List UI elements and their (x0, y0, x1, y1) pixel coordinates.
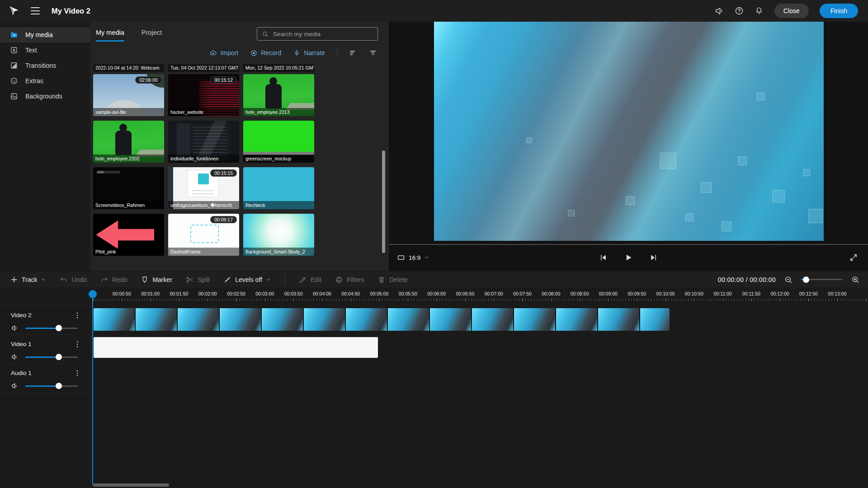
kebab-icon[interactable] (73, 311, 81, 319)
sidebar-item[interactable]: Transitions (0, 58, 90, 73)
toolbar-button[interactable]: Marker (141, 276, 172, 284)
media-item[interactable]: Rechteck (243, 167, 314, 209)
media-item-name: holo_employee.2313 (243, 108, 314, 116)
sort-button[interactable] (349, 49, 357, 57)
timeline-zoom-slider[interactable] (801, 277, 843, 283)
toolbar-button[interactable]: Delete (377, 276, 407, 284)
media-item-name: Background_Smart-Study_2 (243, 248, 314, 256)
sidebar-item[interactable]: Text (0, 42, 90, 58)
volume-slider-knob[interactable] (56, 383, 62, 389)
toolbar-button[interactable]: Redo (100, 276, 127, 284)
speaker-icon[interactable] (11, 324, 19, 332)
kebab-icon[interactable] (73, 340, 81, 348)
playhead[interactable] (92, 290, 93, 485)
media-item[interactable]: individuelle_funktionen (168, 121, 239, 163)
clip-video-1[interactable] (94, 337, 378, 358)
duration-badge: 02:06:00 (135, 76, 162, 84)
media-item[interactable]: 02:06:00 sample-avi-file (93, 74, 164, 116)
filter-button[interactable] (369, 49, 377, 57)
toolbar-button[interactable]: Filters (335, 276, 364, 284)
toolbar-button[interactable]: Split (186, 276, 210, 284)
media-item[interactable]: holo_employee.2313 (243, 74, 314, 116)
media-actions-row: Import Record Narrate (90, 42, 389, 57)
skip-start-icon (599, 253, 608, 262)
volume-slider[interactable] (25, 354, 70, 360)
zoom-out-button[interactable] (784, 275, 793, 284)
ruler-tick-label: 00:09:50 (627, 291, 646, 296)
help-button[interactable] (735, 6, 744, 15)
transitions-icon (10, 61, 18, 70)
playhead-knob[interactable] (89, 290, 97, 298)
notifications-button[interactable] (755, 6, 764, 15)
aspect-ratio-icon (397, 253, 405, 262)
media-item-name: individuelle_funktionen (168, 155, 239, 163)
media-item[interactable]: 00:15:15 umfragezuweisun_�bersicht (168, 167, 239, 209)
duration-badge: 00:15:15 (210, 169, 237, 177)
video-preview (434, 22, 824, 241)
ruler-tick-label: 00:04:00 (313, 291, 331, 296)
sidebar-item[interactable]: Extras (0, 73, 90, 89)
media-item[interactable]: greenscreen_mockup (243, 121, 314, 163)
media-item[interactable]: 00:15:12 hacker_website (168, 74, 239, 116)
top-bar: My Video 2 Close Finish (0, 0, 868, 22)
track-name: Audio 1 (11, 370, 32, 376)
ruler-tick-label: 00:11:00 (714, 291, 732, 296)
media-action-button[interactable]: Narrate (293, 49, 325, 57)
media-action-button[interactable]: Record (250, 49, 281, 57)
backgrounds-icon (10, 92, 18, 100)
duration-badge: 00:09:17 (210, 216, 237, 223)
ruler-tick-label: 00:08:00 (542, 291, 560, 296)
timeline-scrollbar[interactable] (93, 483, 169, 487)
ruler-tick-label: 00:05:50 (399, 291, 417, 296)
media-item-name: greenscreen_mockup (243, 155, 314, 163)
play-icon (624, 253, 633, 262)
clip-video-2[interactable] (94, 308, 670, 331)
announcements-button[interactable] (715, 6, 724, 15)
timeline-ruler[interactable]: 00 00:00:50 00:01:00 00:01:50 00:02:00 0… (90, 290, 868, 304)
zoom-in-icon (851, 275, 860, 284)
speaker-icon[interactable] (11, 382, 19, 390)
media-item[interactable]: Background_Smart-Study_2 (243, 214, 314, 256)
app-logo-icon (8, 5, 20, 17)
menu-icon[interactable] (31, 7, 40, 14)
kebab-icon[interactable] (73, 369, 81, 377)
close-button[interactable]: Close (774, 4, 809, 18)
project-title: My Video 2 (52, 7, 90, 15)
media-group-header: 2022-10-04 at 14:20: Webcam (93, 64, 164, 72)
toolbar-button[interactable]: Edit (299, 276, 321, 284)
volume-slider-knob[interactable] (56, 325, 62, 331)
skip-to-start-button[interactable] (599, 253, 608, 262)
volume-slider-knob[interactable] (56, 354, 62, 360)
speaker-icon[interactable] (11, 353, 19, 361)
toolbar-button[interactable]: Undo (60, 276, 86, 284)
sidebar-item-label: Backgrounds (25, 93, 62, 100)
divider (285, 275, 285, 284)
toolbar-button[interactable]: Track (10, 276, 46, 284)
sidebar-item[interactable]: My media (0, 27, 90, 42)
media-tab[interactable]: My media (96, 29, 124, 42)
search-input[interactable] (272, 30, 373, 38)
cloud-upload-icon (209, 49, 217, 57)
sidebar-item[interactable]: Backgrounds (0, 89, 90, 104)
finish-button[interactable]: Finish (820, 4, 858, 18)
media-item[interactable]: Screenvideos_Rahmen (93, 167, 164, 209)
zoom-in-button[interactable] (851, 275, 860, 284)
media-action-button[interactable]: Import (209, 49, 238, 57)
media-scrollbar[interactable] (382, 150, 385, 253)
media-item[interactable]: 00:09:17 DashedFrame (168, 214, 239, 256)
volume-slider[interactable] (25, 325, 70, 331)
filter-circle-icon (335, 276, 343, 284)
media-tab[interactable]: Project (142, 29, 162, 42)
skip-to-end-button[interactable] (649, 253, 658, 262)
play-button[interactable] (624, 253, 633, 262)
lane-audio-1 (91, 363, 868, 392)
volume-slider[interactable] (25, 383, 70, 389)
toolbar-button[interactable]: Levels off (223, 276, 271, 284)
track-name: Video 2 (11, 312, 32, 319)
ruler-tick-label: 00:12:00 (771, 291, 789, 296)
aspect-ratio-button[interactable]: 16:9 (397, 253, 429, 262)
media-item[interactable]: holo_employee.2202 (93, 121, 164, 163)
media-item[interactable]: Pfeil_pink (93, 214, 164, 256)
media-item-name: Screenvideos_Rahmen (93, 201, 164, 209)
fullscreen-button[interactable] (849, 253, 858, 262)
